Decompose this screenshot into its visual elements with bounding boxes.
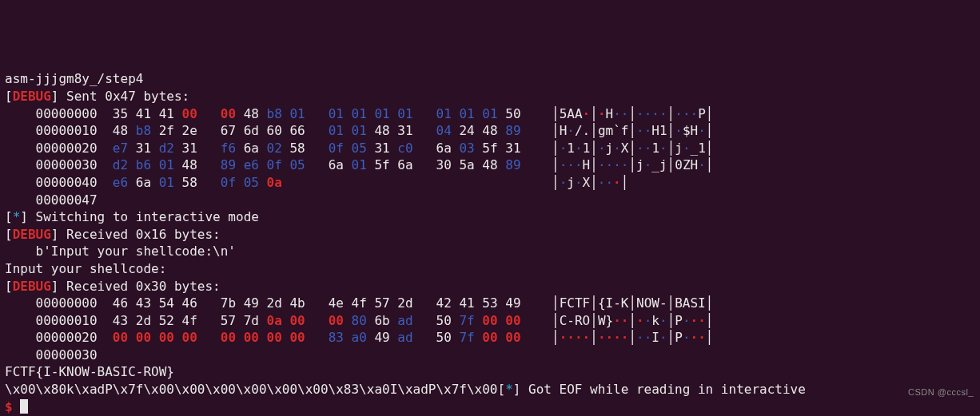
watermark: CSDN @cccsl_: [908, 386, 974, 398]
debug-tag: DEBUG: [13, 89, 51, 104]
hexdump-row: 00000040 e6 6a 01 58 0f 05 0a │·j·X│···│: [5, 174, 975, 192]
prompt-line[interactable]: $: [5, 398, 975, 416]
hexdump-row: 00000030 d2 b6 01 48 89 e6 0f 05 6a 01 5…: [5, 156, 975, 174]
hexdump-row: 00000020 00 00 00 00 00 00 00 00 83 a0 4…: [5, 329, 975, 347]
path-line: asm-jjjgm8y_/step4: [5, 70, 975, 88]
cursor: [20, 399, 28, 414]
echo-line: Input your shellcode:: [5, 260, 975, 278]
hexdump-row: 00000020 e7 31 d2 31 f6 6a 02 58 0f 05 3…: [5, 140, 975, 157]
recv1-body: b'Input your shellcode:\n': [5, 243, 975, 260]
hexdump-row: 00000010 48 b8 2f 2e 67 6d 60 66 01 01 4…: [5, 122, 975, 140]
hexdump-row: 00000030: [5, 347, 975, 364]
hexdump-row: 00000000 46 43 54 46 7b 49 2d 4b 4e 4f 5…: [5, 295, 975, 312]
terminal-output: asm-jjjgm8y_/step4[DEBUG] Sent 0x47 byte…: [5, 70, 975, 415]
eof-line: \x00\x80k\xadP\x7f\x00\x00\x00\x00\x00\x…: [5, 381, 975, 398]
hexdump-row: 00000010 43 2d 52 4f 57 7d 0a 00 00 80 6…: [5, 312, 975, 330]
flag-line: FCTF{I-KNOW-BASIC-ROW}: [5, 363, 975, 381]
debug-sent-line: [DEBUG] Sent 0x47 bytes:: [5, 88, 975, 105]
debug-recv1-line: [DEBUG] Received 0x16 bytes:: [5, 226, 975, 244]
hexdump-row: 00000047: [5, 192, 975, 209]
hexdump-row: 00000000 35 41 41 00 00 48 b8 01 01 01 0…: [5, 105, 975, 123]
prompt-symbol: $: [5, 399, 13, 414]
debug-recv2-line: [DEBUG] Received 0x30 bytes:: [5, 278, 975, 295]
switching-line: [*] Switching to interactive mode: [5, 208, 975, 226]
